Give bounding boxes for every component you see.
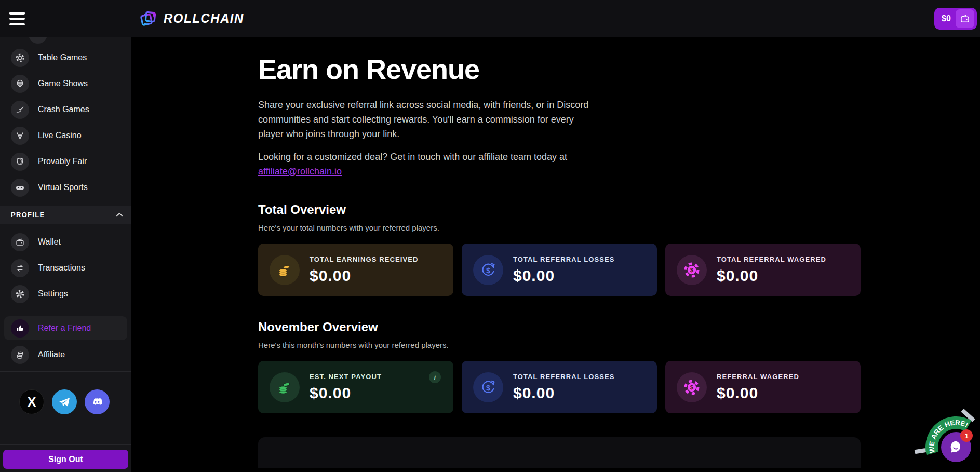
total-overview-cards: TOTAL EARNINGS RECEIVED $0.00 $ TOTAL RE… (258, 244, 861, 296)
bottom-panel (258, 437, 861, 468)
stat-card-november-losses: $ TOTAL REFERRAL LOSSES $0.00 (462, 361, 657, 413)
dealer-vest-icon (11, 127, 29, 145)
telegram-button[interactable] (52, 389, 77, 414)
rollchain-cube-icon (139, 9, 158, 28)
chat-notification-badge: 1 (960, 429, 973, 442)
dollar-cycle-icon: $ (473, 372, 503, 402)
stat-value: $0.00 (310, 384, 382, 402)
sidebar: Table Games Game Shows Crash Games (0, 37, 131, 472)
sidebar-item-live-casino[interactable]: Live Casino (0, 123, 131, 149)
discord-icon (90, 395, 104, 409)
shield-icon (11, 153, 29, 171)
stat-value: $0.00 (310, 267, 419, 285)
stat-label: TOTAL EARNINGS RECEIVED (310, 255, 419, 263)
gear-icon (11, 285, 29, 303)
stat-card-total-wagered: $ TOTAL REFERRAL WAGERED $0.00 (665, 244, 861, 296)
plane-icon (11, 101, 29, 119)
sidebar-item-label: Refer a Friend (38, 323, 91, 333)
sidebar-item-settings[interactable]: Settings (0, 281, 131, 307)
stat-label: EST. NEXT PAYOUT (310, 373, 382, 381)
sidebar-item-refer-a-friend[interactable]: Refer a Friend (4, 316, 127, 340)
brand-logo[interactable]: ROLLCHAIN (139, 0, 244, 37)
sidebar-item-wallet[interactable]: Wallet (0, 229, 131, 255)
svg-text:$: $ (690, 384, 694, 390)
telegram-icon (58, 396, 71, 408)
stat-label: TOTAL REFERRAL LOSSES (513, 373, 615, 381)
stat-label: REFERRAL WAGERED (717, 373, 799, 381)
sidebar-item-label: Settings (38, 289, 68, 299)
sidebar-item-table-games[interactable]: Table Games (0, 45, 131, 71)
affiliate-email-link[interactable]: affiliate@rollchain.io (258, 166, 342, 177)
section-subheading-november: Here's this month's numbers with your re… (258, 341, 861, 349)
discord-button[interactable] (85, 389, 110, 414)
section-heading-november: November Overview (258, 320, 861, 334)
menu-hamburger-icon[interactable] (9, 12, 25, 25)
stat-label: TOTAL REFERRAL LOSSES (513, 255, 615, 263)
sidebar-item-transactions[interactable]: Transactions (0, 255, 131, 281)
transfer-arrows-icon (11, 259, 29, 277)
poker-chip-icon (11, 49, 29, 67)
sidebar-item-label: Provably Fair (38, 157, 87, 166)
contact-prefix: Looking for a customized deal? Get in to… (258, 152, 567, 162)
wallet-icon (956, 9, 974, 28)
balance-amount: $0 (942, 14, 951, 23)
sidebar-item-label: Crash Games (38, 105, 89, 114)
svg-text:$: $ (690, 267, 694, 273)
gold-coins-icon (270, 255, 300, 285)
sidebar-item-label: Live Casino (38, 131, 82, 140)
main-content: Earn on Revenue Share your exclusive ref… (131, 37, 980, 472)
chat-bubble-icon (948, 439, 964, 455)
sidebar-item-label: Affiliate (38, 350, 65, 359)
profile-section-label: PROFILE (11, 211, 45, 219)
stat-card-total-losses: $ TOTAL REFERRAL LOSSES $0.00 (462, 244, 657, 296)
topbar: ROLLCHAIN $0 (0, 0, 980, 37)
coins-icon (11, 346, 29, 364)
wallet-balance-button[interactable]: $0 (934, 8, 977, 30)
sign-out-button[interactable]: Sign Out (3, 450, 128, 469)
social-links: X (0, 389, 131, 414)
sidebar-footer: Sign Out (0, 444, 131, 472)
wallet-icon (11, 233, 29, 251)
sidebar-divider (0, 371, 131, 372)
stat-value: $0.00 (717, 267, 826, 285)
casino-chip-icon: $ (677, 255, 707, 285)
sidebar-item-label: Game Shows (38, 79, 88, 88)
x-logo-icon: X (28, 395, 36, 410)
svg-text:$: $ (486, 383, 490, 392)
svg-text:$: $ (486, 266, 490, 274)
stat-card-november-wagered: $ REFERRAL WAGERED $0.00 (665, 361, 861, 413)
green-coins-icon (270, 372, 300, 402)
sidebar-divider (0, 311, 131, 311)
sidebar-item-crash-games[interactable]: Crash Games (0, 97, 131, 123)
chat-widget: WE ARE HERE! 1 (902, 397, 980, 472)
stat-card-next-payout: EST. NEXT PAYOUT $0.00 i (258, 361, 453, 413)
game-show-wheel-icon (11, 75, 29, 93)
sidebar-item-label: Wallet (38, 237, 61, 247)
casino-chip-icon: $ (677, 372, 707, 402)
stat-card-total-earnings: TOTAL EARNINGS RECEIVED $0.00 (258, 244, 453, 296)
sidebar-item-label: Transactions (38, 263, 85, 273)
scrolled-item-partial (0, 37, 131, 45)
sidebar-item-virtual-sports[interactable]: Virtual Sports (0, 174, 131, 200)
thumbs-up-icon (11, 319, 29, 338)
section-subheading-total: Here's your total numbers with your refe… (258, 223, 861, 232)
profile-section-header[interactable]: PROFILE (0, 206, 131, 224)
contact-text: Looking for a customized deal? Get in to… (258, 150, 598, 179)
info-icon[interactable]: i (429, 371, 441, 383)
gamepad-icon (11, 179, 29, 197)
sidebar-item-provably-fair[interactable]: Provably Fair (0, 149, 131, 174)
intro-text: Share your exclusive referral link acros… (258, 98, 598, 141)
stat-label: TOTAL REFERRAL WAGERED (717, 255, 826, 263)
sidebar-item-affiliate[interactable]: Affiliate (0, 342, 131, 368)
brand-name: ROLLCHAIN (164, 11, 244, 26)
chevron-up-icon (116, 212, 123, 217)
page-title: Earn on Revenue (258, 53, 861, 85)
sidebar-item-label: Table Games (38, 53, 87, 62)
sidebar-item-game-shows[interactable]: Game Shows (0, 71, 131, 97)
stat-value: $0.00 (717, 384, 799, 402)
stat-value: $0.00 (513, 267, 615, 285)
scrolled-item-icon (29, 37, 47, 44)
section-heading-total: Total Overview (258, 203, 861, 217)
x-twitter-button[interactable]: X (19, 389, 44, 414)
sidebar-item-label: Virtual Sports (38, 183, 88, 192)
